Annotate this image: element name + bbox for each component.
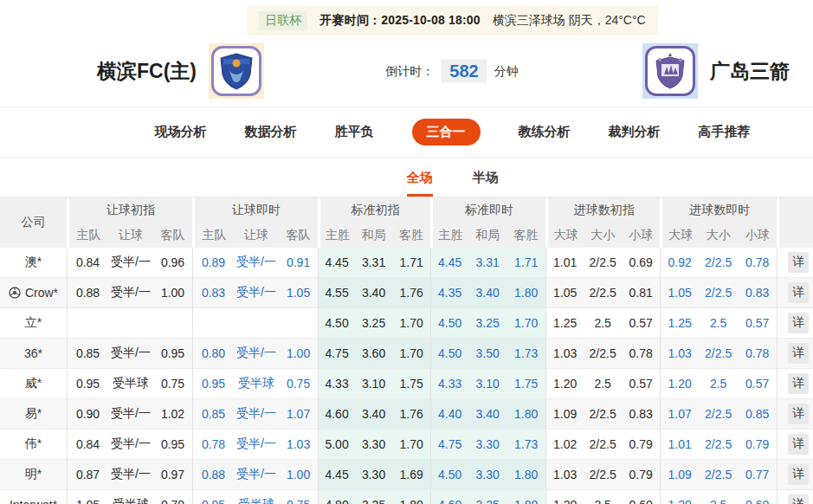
venue-weather: 横滨三泽球场 阴天，24°C°C — [493, 13, 646, 29]
odds-cell-handicap_initial — [67, 308, 108, 339]
odds-cell-handicap_initial: 0.75 — [153, 369, 192, 399]
odds-cell-handicap_initial: 受半/一 — [108, 339, 153, 369]
odds-cell-handicap_initial: 0.85 — [67, 339, 108, 369]
nav-tab-three-in-one[interactable]: 三合一 — [412, 119, 481, 145]
column-header-detail — [777, 197, 813, 248]
odds-cell-handicap_live: 0.85 — [192, 399, 234, 430]
odds-cell-handicap_initial — [108, 308, 153, 339]
away-team-logo — [642, 43, 698, 99]
odds-cell-standard_initial: 5.00 — [318, 430, 355, 460]
odds-cell-goals_initial: 0.83 — [622, 399, 660, 430]
odds-cell-standard_live: 3.10 — [468, 369, 507, 399]
odds-cell-standard_live: 4.50 — [430, 339, 468, 369]
odds-cell-standard_initial: 1.80 — [392, 490, 430, 504]
odds-cell-standard_initial: 1.75 — [392, 369, 430, 399]
odds-cell-handicap_live: 受半球 — [234, 490, 279, 504]
odds-cell-handicap_live: 0.95 — [192, 490, 234, 504]
odds-cell-goals_initial: 1.02 — [545, 430, 584, 460]
sub-header-goals_initial-0: 大球 — [545, 223, 584, 248]
odds-cell-handicap_live: 受半/一 — [234, 399, 279, 430]
table-row: 立*4.503.251.704.503.251.701.252.50.571.2… — [0, 308, 813, 339]
odds-cell-standard_initial: 3.25 — [355, 490, 392, 504]
nav-tab-expert-picks[interactable]: 高手推荐 — [699, 124, 751, 140]
odds-cell-handicap_initial: 1.00 — [153, 278, 192, 308]
detail-cell: 详 — [777, 399, 813, 430]
odds-cell-standard_live: 4.35 — [430, 278, 468, 308]
nav-tab-scene-analysis[interactable]: 现场分析 — [155, 124, 207, 140]
odds-cell-goals_initial: 2.5 — [584, 308, 622, 339]
detail-cell: 详 — [777, 248, 813, 278]
sub-header-handicap_live-1: 让球 — [234, 223, 279, 248]
odds-cell-handicap_initial: 受半/一 — [108, 278, 153, 308]
odds-table: 公司让球初指让球即时标准初指标准即时进球数初指进球数即时主队让球客队主队让球客队… — [0, 197, 813, 504]
detail-button[interactable]: 详 — [788, 313, 809, 333]
odds-cell-standard_initial: 4.80 — [318, 490, 355, 504]
odds-cell-standard_live: 3.25 — [468, 490, 507, 504]
odds-cell-standard_initial: 1.70 — [392, 430, 430, 460]
odds-cell-handicap_initial: 受半/一 — [108, 399, 153, 430]
odds-cell-standard_live: 4.50 — [430, 308, 468, 339]
odds-cell-goals_live: 2/2.5 — [699, 399, 738, 430]
table-row: 伟*0.84受半/一0.950.78受半/一1.035.003.301.704.… — [0, 430, 813, 460]
odds-cell-handicap_initial: 0.95 — [67, 369, 108, 399]
tab-half-match[interactable]: 半场 — [473, 170, 499, 197]
nav-tab-referee-analysis[interactable]: 裁判分析 — [609, 124, 661, 140]
detail-button[interactable]: 详 — [788, 373, 809, 394]
odds-cell-goals_initial: 2/2.5 — [584, 278, 622, 308]
odds-cell-goals_live: 1.01 — [660, 430, 699, 460]
odds-cell-goals_live: 1.03 — [660, 339, 699, 369]
odds-cell-goals_live: 0.85 — [738, 399, 777, 430]
odds-cell-handicap_live: 0.75 — [279, 490, 318, 504]
odds-cell-handicap_live: 0.89 — [192, 248, 234, 278]
detail-button[interactable]: 详 — [788, 494, 809, 504]
odds-cell-handicap_initial — [153, 308, 192, 339]
odds-cell-goals_initial: 1.05 — [545, 278, 584, 308]
detail-cell: 详 — [777, 339, 813, 369]
nav-tab-coach-analysis[interactable]: 教练分析 — [519, 124, 571, 140]
odds-cell-standard_initial: 1.76 — [392, 399, 430, 430]
bookmaker-name: 明* — [0, 460, 67, 490]
nav-tab-data-analysis[interactable]: 数据分析 — [245, 124, 297, 140]
odds-cell-goals_live: 0.83 — [738, 278, 777, 308]
odds-cell-standard_initial: 1.69 — [392, 460, 430, 490]
match-info-bar: 日联杯 开赛时间：2025-10-08 18:00 横滨三泽球场 阴天，24°C… — [247, 6, 657, 36]
page: 日联杯 开赛时间：2025-10-08 18:00 横滨三泽球场 阴天，24°C… — [0, 0, 813, 504]
odds-cell-goals_live: 0.78 — [738, 248, 777, 278]
odds-cell-standard_live: 3.25 — [468, 308, 507, 339]
nav-tab-win-draw-loss[interactable]: 胜平负 — [335, 124, 374, 140]
detail-button[interactable]: 详 — [788, 434, 809, 455]
countdown-label: 倒计时： — [385, 63, 434, 79]
detail-button[interactable]: 详 — [788, 404, 809, 424]
table-row: 易*0.90受半/一1.020.85受半/一1.074.603.401.764.… — [0, 399, 813, 430]
odds-cell-standard_live: 3.50 — [468, 339, 507, 369]
odds-cell-standard_initial: 1.71 — [392, 248, 430, 278]
odds-cell-goals_live: 2/2.5 — [699, 278, 738, 308]
detail-button[interactable]: 详 — [788, 252, 809, 273]
odds-cell-handicap_live: 0.83 — [192, 278, 234, 308]
sub-header-handicap_live-0: 主队 — [192, 223, 234, 248]
odds-cell-standard_live: 4.33 — [430, 369, 468, 399]
odds-cell-handicap_live: 受半/一 — [234, 430, 279, 460]
odds-cell-standard_initial: 4.45 — [318, 248, 355, 278]
main-nav: 现场分析数据分析胜平负三合一教练分析裁判分析高手推荐 — [0, 107, 813, 158]
detail-button[interactable]: 详 — [788, 343, 809, 364]
table-row: 36*0.85受半/一0.950.80受半/一1.004.753.601.704… — [0, 339, 813, 369]
detail-button[interactable]: 详 — [788, 464, 809, 485]
group-header-handicap_live: 让球即时 — [192, 197, 318, 223]
away-team-name: 广岛三箭 — [710, 58, 790, 85]
odds-cell-goals_initial: 0.78 — [622, 339, 660, 369]
odds-cell-goals_live: 2.5 — [699, 490, 738, 504]
match-header: 横滨FC(主) 倒计时： 582 分钟 — [0, 36, 813, 107]
odds-cell-handicap_live: 1.03 — [279, 430, 318, 460]
odds-cell-standard_initial: 4.45 — [318, 460, 355, 490]
odds-cell-goals_live: 2.5 — [699, 308, 738, 339]
odds-cell-handicap_live: 0.75 — [279, 369, 318, 399]
tab-full-match[interactable]: 全场 — [407, 170, 433, 197]
odds-cell-goals_live: 1.25 — [660, 308, 699, 339]
odds-cell-handicap_initial: 受半/一 — [108, 460, 153, 490]
odds-cell-standard_initial: 3.30 — [355, 430, 392, 460]
countdown-value: 582 — [441, 60, 487, 83]
odds-cell-handicap_live: 受半/一 — [234, 278, 279, 308]
odds-cell-standard_initial: 1.76 — [392, 278, 430, 308]
detail-button[interactable]: 详 — [788, 282, 809, 303]
